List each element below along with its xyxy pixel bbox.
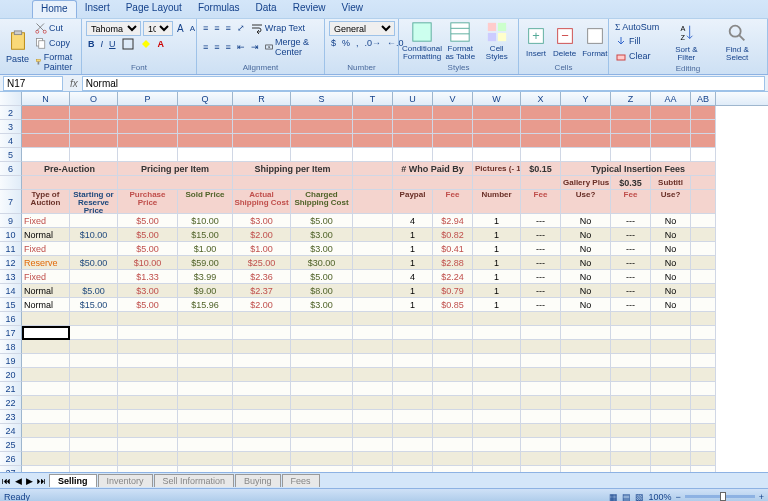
autosum-button[interactable]: ΣAutoSum (613, 21, 661, 33)
hdr-charged-ship[interactable]: Charged Shipping Cost (291, 190, 353, 214)
tab-formulas[interactable]: Formulas (190, 0, 248, 18)
copy-button[interactable]: Copy (33, 36, 80, 50)
cell-sold[interactable]: $15.96 (178, 298, 233, 312)
cell[interactable] (70, 424, 118, 438)
cell[interactable] (178, 452, 233, 466)
cell[interactable] (22, 382, 70, 396)
cell[interactable] (118, 368, 178, 382)
cell[interactable] (178, 424, 233, 438)
cell[interactable] (521, 466, 561, 472)
cell[interactable] (561, 148, 611, 162)
cell[interactable] (291, 106, 353, 120)
cell-fee3[interactable]: --- (611, 242, 651, 256)
cell[interactable] (691, 134, 716, 148)
cell[interactable] (521, 410, 561, 424)
cell[interactable] (521, 354, 561, 368)
cell[interactable] (70, 340, 118, 354)
cell[interactable] (178, 340, 233, 354)
cell[interactable] (651, 340, 691, 354)
hdr-pricing[interactable]: Pricing per Item (118, 162, 233, 176)
cell[interactable] (393, 368, 433, 382)
cell-type[interactable]: Normal (22, 228, 70, 242)
cell[interactable] (353, 106, 393, 120)
cell-fee[interactable]: $0.82 (433, 228, 473, 242)
cell-use2[interactable]: No (651, 214, 691, 228)
cell[interactable] (691, 214, 716, 228)
percent-button[interactable]: % (340, 37, 352, 49)
cell-start[interactable]: $15.00 (70, 298, 118, 312)
cell[interactable] (233, 438, 291, 452)
cell[interactable] (521, 106, 561, 120)
col-header-V[interactable]: V (433, 92, 473, 106)
cell-paypal[interactable] (393, 312, 433, 326)
cell-chgship[interactable]: $3.00 (291, 242, 353, 256)
cell[interactable] (118, 340, 178, 354)
cell[interactable] (353, 396, 393, 410)
cell[interactable] (433, 452, 473, 466)
italic-button[interactable]: I (99, 38, 106, 50)
row-header-17[interactable]: 17 (0, 326, 22, 340)
cell[interactable] (178, 368, 233, 382)
hdr-type[interactable]: Type of Auction (22, 190, 70, 214)
cell-use[interactable]: No (561, 242, 611, 256)
hdr-pre-auction[interactable]: Pre-Auction (22, 162, 118, 176)
cell[interactable] (353, 190, 393, 214)
cell-use2[interactable]: No (651, 228, 691, 242)
cell[interactable] (393, 354, 433, 368)
dropdown-arrow[interactable]: ▾ (69, 328, 70, 340)
cell[interactable] (178, 326, 233, 340)
cell[interactable] (22, 438, 70, 452)
cell-fee[interactable] (433, 312, 473, 326)
cell[interactable] (691, 312, 716, 326)
cell-use2[interactable] (651, 312, 691, 326)
cell-fee2[interactable]: --- (521, 256, 561, 270)
cell[interactable] (691, 466, 716, 472)
cell[interactable] (291, 424, 353, 438)
cell-use2[interactable]: No (651, 298, 691, 312)
font-size-select[interactable]: 10 (143, 21, 173, 36)
cell[interactable] (521, 438, 561, 452)
cell-start[interactable]: $5.00 (70, 284, 118, 298)
cell[interactable] (178, 382, 233, 396)
cell-type[interactable]: Fixed (22, 242, 70, 256)
align-left-button[interactable]: ≡ (201, 41, 210, 53)
align-bottom-button[interactable]: ≡ (224, 22, 233, 34)
cell[interactable] (651, 106, 691, 120)
zoom-out-button[interactable]: − (675, 492, 680, 502)
formula-input[interactable]: Normal (82, 76, 765, 91)
cell[interactable] (118, 396, 178, 410)
cell[interactable] (22, 176, 118, 190)
number-format-select[interactable]: General (329, 21, 395, 36)
tab-home[interactable]: Home (32, 0, 77, 18)
col-header-Y[interactable]: Y (561, 92, 611, 106)
cell[interactable] (353, 368, 393, 382)
cell[interactable] (473, 176, 521, 190)
view-normal-button[interactable]: ▦ (609, 492, 618, 502)
cell[interactable] (353, 284, 393, 298)
cell-fee[interactable]: $0.85 (433, 298, 473, 312)
cell-fee[interactable]: $2.24 (433, 270, 473, 284)
cell[interactable] (473, 340, 521, 354)
cell[interactable] (233, 424, 291, 438)
find-select-button[interactable]: Find & Select (711, 21, 763, 63)
cell[interactable] (611, 340, 651, 354)
cell[interactable] (353, 466, 393, 472)
cell[interactable] (521, 134, 561, 148)
cell[interactable] (233, 120, 291, 134)
cell[interactable] (178, 438, 233, 452)
cell-purchase[interactable] (118, 312, 178, 326)
conditional-formatting-button[interactable]: Conditional Formatting (403, 20, 441, 62)
row-header-18[interactable]: 18 (0, 340, 22, 354)
cell[interactable] (473, 106, 521, 120)
row-header-15[interactable]: 15 (0, 298, 22, 312)
cell[interactable] (521, 382, 561, 396)
cell-fee2[interactable]: --- (521, 214, 561, 228)
row-header-21[interactable]: 21 (0, 382, 22, 396)
cell[interactable] (561, 106, 611, 120)
cell[interactable] (611, 106, 651, 120)
orientation-button[interactable]: ⤢ (235, 22, 247, 34)
cell-actship[interactable]: $3.00 (233, 214, 291, 228)
cell-fee2[interactable]: --- (521, 242, 561, 256)
cell[interactable] (651, 368, 691, 382)
cell[interactable] (118, 134, 178, 148)
